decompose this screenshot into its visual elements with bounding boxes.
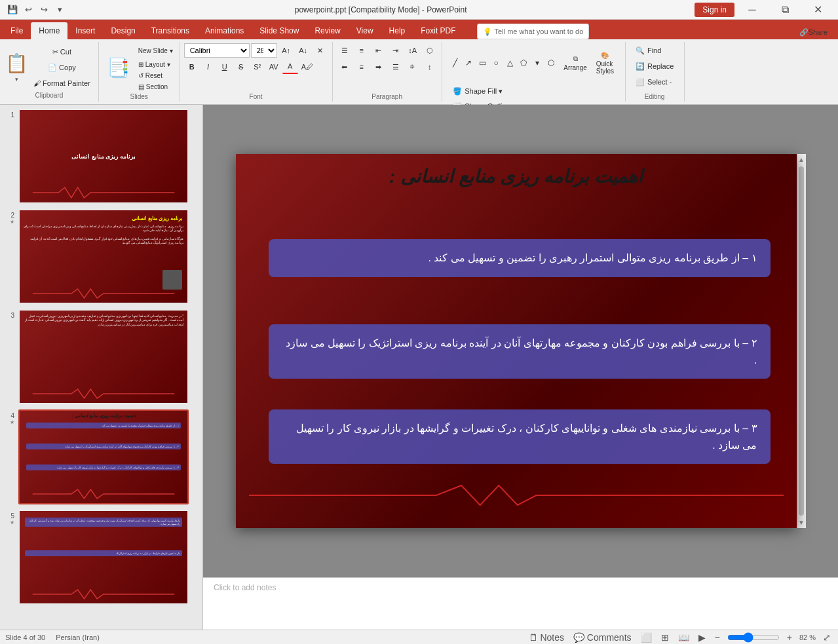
shape-more[interactable]: ▾ [531,57,543,69]
shape-fill-button[interactable]: 🪣 Shape Fill ▾ [449,84,520,98]
content-box-1[interactable]: ۱ – از طریق برنامه ریزی متوالی استمرار ر… [269,239,771,277]
scroll-thumb[interactable] [799,166,804,516]
shadow-button[interactable]: S² [250,60,265,74]
font-color-button[interactable]: A [282,60,298,74]
underline-button[interactable]: U [217,60,233,74]
slideshow-button[interactable]: ▶ [696,632,708,643]
tab-animations[interactable]: Animations [197,22,252,39]
select-button[interactable]: ⬜ Select - [632,75,676,89]
shape-arrow[interactable]: ↗ [463,57,474,69]
increase-font-button[interactable]: A↑ [278,43,294,58]
share-button[interactable]: 🔗 Share [797,25,830,39]
tab-design[interactable]: Design [103,22,143,39]
new-slide-button[interactable]: 📑 [103,54,134,81]
paste-dropdown[interactable]: ▾ [13,75,20,83]
restore-button[interactable]: ⧉ [770,0,800,20]
shape-circle[interactable]: ○ [490,57,502,69]
notes-button[interactable]: 🗒 Notes [527,632,566,643]
cut-button[interactable]: ✂ Cut [31,45,93,59]
tab-home[interactable]: Home [31,22,67,39]
numbering-button[interactable]: ≡ [354,43,370,58]
font-family-select[interactable]: Calibri [184,43,250,58]
line-spacing-button[interactable]: ↕ [422,60,438,74]
close-button[interactable]: ✕ [803,0,833,20]
minimize-button[interactable]: ─ [737,0,767,20]
shape-pentagon[interactable]: ⬠ [518,57,529,69]
decrease-indent-button[interactable]: ⇤ [371,43,387,58]
notes-area[interactable]: Click to add notes [203,577,838,630]
clear-format-button[interactable]: ✕ [313,43,328,58]
reading-view-button[interactable]: 📖 [676,632,691,643]
zoom-slider[interactable] [727,632,780,643]
format-painter-button[interactable]: 🖌 Format Painter [31,76,93,90]
tab-file[interactable]: File [3,22,31,39]
italic-button[interactable]: I [200,60,216,74]
slide-thumbnail-4[interactable]: اهمیت برنامه ریزی منابع انسانی : ۱ – از … [18,409,189,504]
redo-button[interactable]: ↪ [37,3,51,17]
slide-panel[interactable]: 1 برنامه ریزی منابع انسانی 2★ برنامه ریز… [0,105,203,630]
vertical-scrollbar[interactable]: ▲ ▼ [797,154,806,528]
slide-thumb-1[interactable]: 1 برنامه ریزی منابع انسانی [3,107,200,205]
scroll-down-button[interactable]: ▼ [796,517,807,528]
tab-foxitpdf[interactable]: Foxit PDF [413,22,463,39]
normal-view-button[interactable]: ⬜ [639,632,654,643]
quick-styles-button[interactable]: 🎨 QuickStyles [592,43,618,83]
reset-button[interactable]: ↺ Reset [136,71,176,81]
signin-button[interactable]: Sign in [695,3,734,17]
slide-thumb-5[interactable]: 5★ نیازها، نیازمند تامین مهارتهایی که بر… [3,508,200,606]
shape-line[interactable]: ╱ [449,57,461,69]
zoom-out-button[interactable]: − [713,632,722,643]
content-box-2[interactable]: ۲ – با بررسی فراهم بودن کارکنان و مجموعه… [269,324,771,379]
convert-to-smartart-button[interactable]: ⬡ [422,43,438,58]
tell-me-search[interactable]: 💡 Tell me what you want to do [477,24,590,39]
columns-button[interactable]: ⫩ [405,60,421,74]
save-button[interactable]: 💾 [5,3,20,17]
section-button[interactable]: ▤ Section [136,82,176,92]
slide-thumbnail-5[interactable]: نیازها، نیازمند تامین مهارتهایی که برای … [18,510,189,605]
tab-help[interactable]: Help [381,22,413,39]
slide-thumb-3[interactable]: 3 * در مدیریت منابع انسانی کلیه فعالیتها… [3,308,200,406]
tab-slideshow[interactable]: Slide Show [252,22,307,39]
slide-sorter-button[interactable]: ⊞ [659,632,671,643]
scroll-up-button[interactable]: ▲ [796,154,807,165]
tab-review[interactable]: Review [307,22,348,39]
decrease-font-button[interactable]: A↓ [295,43,311,58]
text-direction-button[interactable]: ↕A [405,43,421,58]
content-box-3[interactable]: ۳ – با بررسی نیازمندی های شغلی و توانایی… [269,409,771,464]
bold-button[interactable]: B [184,60,200,74]
paste-button[interactable]: 📋 [5,52,28,74]
tab-transitions[interactable]: Transitions [143,22,197,39]
slide-thumb-4[interactable]: 4★ اهمیت برنامه ریزی منابع انسانی : ۱ – … [3,408,200,506]
comments-button[interactable]: 💬 Comments [571,632,634,643]
shape-triangle[interactable]: △ [504,57,516,69]
replace-button[interactable]: 🔄 Replace [632,59,677,73]
strikethrough-button[interactable]: S [233,60,249,74]
fit-slide-button[interactable]: ⤢ [821,632,833,643]
increase-indent-button[interactable]: ⇥ [388,43,404,58]
shape-rect[interactable]: ▭ [476,57,488,69]
new-slide-dropdown[interactable]: New Slide ▾ [136,44,176,58]
undo-button[interactable]: ↩ [21,3,35,17]
slide-thumbnail-2[interactable]: برنامه ریزی منابع انسانی برنامه ریزی منا… [18,209,189,304]
slide-thumbnail-3[interactable]: * در مدیریت منابع انسانی کلیه فعالیتها ب… [18,309,189,404]
bullets-button[interactable]: ☰ [337,43,352,58]
arrange-button[interactable]: ⧉ Arrange [560,43,591,83]
align-left-button[interactable]: ⬅ [337,60,352,74]
font-size-select[interactable]: 28 [251,43,277,58]
slide-thumbnail-1[interactable]: برنامه ریزی منابع انسانی [18,109,189,204]
zoom-in-button[interactable]: + [785,632,794,643]
customize-qat-button[interactable]: ▾ [52,3,67,17]
slide-thumb-2[interactable]: 2★ برنامه ریزی منابع انسانی برنامه ریزی … [3,208,200,305]
find-button[interactable]: 🔍 Find [632,43,665,58]
slide-canvas[interactable]: اهمیت برنامه ریزی منابع انسانی : ۱ – از … [236,154,797,528]
slide-title[interactable]: اهمیت برنامه ریزی منابع انسانی : [249,166,784,187]
layout-button[interactable]: ⊞ Layout ▾ [136,60,176,69]
align-right-button[interactable]: ➡ [371,60,387,74]
copy-button[interactable]: 📄 Copy [31,60,93,75]
shape-extra[interactable]: ⬡ [545,57,557,69]
text-highlight-button[interactable]: A🖊 [299,60,316,74]
justify-button[interactable]: ☰ [388,60,404,74]
tab-insert[interactable]: Insert [67,22,103,39]
character-spacing-button[interactable]: AV [266,60,282,74]
slide-canvas-wrapper[interactable]: اهمیت برنامه ریزی منابع انسانی : ۱ – از … [203,105,838,577]
